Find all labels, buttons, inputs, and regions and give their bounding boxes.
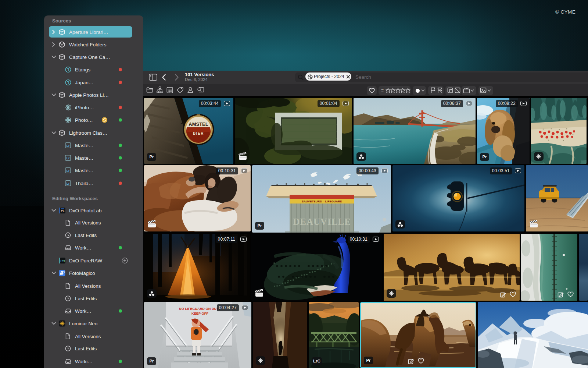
svg-text:PR: PR: [61, 259, 65, 263]
svg-text:AMSTEL: AMSTEL: [189, 121, 208, 127]
svg-text:DEAUVILLE: DEAUVILLE: [293, 217, 351, 227]
svg-text:KEEP OFF: KEEP OFF: [191, 312, 208, 315]
svg-text:PL: PL: [61, 209, 64, 213]
svg-text:Lr: Lr: [67, 144, 70, 147]
svg-text:NO LIFEGUARD ON DUTY: NO LIFEGUARD ON DUTY: [179, 307, 221, 311]
svg-text:Lr: Lr: [67, 169, 70, 173]
svg-text:Lr: Lr: [67, 156, 70, 160]
svg-text:Lr: Lr: [67, 181, 70, 185]
svg-text:SAUVETEURS – LIFEGUARD: SAUVETEURS – LIFEGUARD: [302, 200, 342, 203]
svg-text:BIER: BIER: [193, 131, 204, 135]
